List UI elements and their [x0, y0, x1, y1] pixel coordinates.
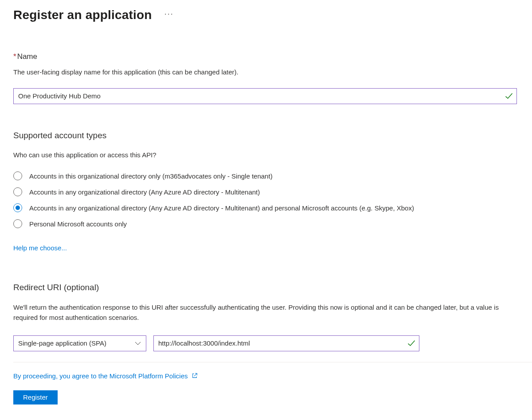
page-title: Register an application	[13, 8, 152, 22]
radio-icon	[13, 187, 22, 196]
checkmark-icon	[407, 339, 416, 348]
register-button[interactable]: Register	[13, 390, 58, 404]
account-type-option[interactable]: Accounts in any organizational directory…	[13, 200, 532, 216]
name-label: *Name	[13, 52, 532, 61]
account-types-help: Who can use this application or access t…	[13, 150, 532, 160]
account-type-label: Accounts in this organizational director…	[29, 172, 273, 180]
chevron-down-icon	[134, 340, 141, 347]
required-star: *	[13, 52, 16, 61]
radio-icon	[13, 219, 22, 228]
account-type-option[interactable]: Personal Microsoft accounts only	[13, 216, 532, 232]
redirect-platform-selected-label: Single-page application (SPA)	[18, 339, 106, 347]
radio-icon	[13, 171, 22, 180]
name-help-text: The user-facing display name for this ap…	[13, 67, 532, 78]
account-type-label: Personal Microsoft accounts only	[29, 220, 127, 228]
radio-icon	[13, 203, 22, 212]
checkmark-icon	[505, 92, 513, 101]
redirect-uri-help: We'll return the authentication response…	[13, 302, 517, 323]
account-type-option[interactable]: Accounts in this organizational director…	[13, 168, 532, 184]
divider	[13, 362, 532, 362]
account-type-label: Accounts in any organizational directory…	[29, 204, 414, 212]
redirect-uri-heading: Redirect URI (optional)	[13, 283, 532, 292]
app-name-input[interactable]	[13, 88, 517, 104]
account-type-option[interactable]: Accounts in any organizational directory…	[13, 184, 532, 200]
redirect-platform-select[interactable]: Single-page application (SPA)	[13, 335, 146, 351]
help-me-choose-link[interactable]: Help me choose...	[13, 244, 67, 252]
redirect-uri-input[interactable]	[153, 335, 419, 351]
external-link-icon	[192, 373, 198, 379]
platform-policies-link[interactable]: By proceeding, you agree to the Microsof…	[13, 372, 198, 380]
account-type-label: Accounts in any organizational directory…	[29, 188, 260, 196]
account-types-heading: Supported account types	[13, 131, 532, 140]
more-icon[interactable]: ···	[164, 10, 174, 20]
